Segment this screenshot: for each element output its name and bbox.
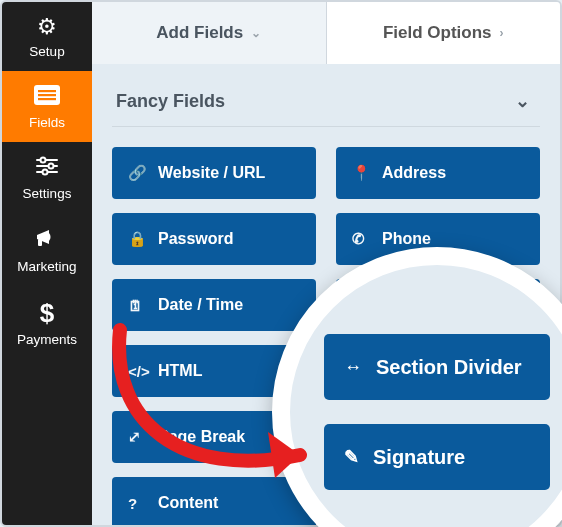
pin-icon: 📍 (352, 164, 370, 182)
topbar: Add Fields ⌄ Field Options › (92, 2, 560, 64)
chip-label: Date / Time (158, 296, 243, 314)
panel-header[interactable]: Fancy Fields ⌄ (112, 80, 540, 127)
field-password[interactable]: 🔒 Password (112, 213, 316, 265)
sidebar-item-payments[interactable]: $ Payments (2, 286, 92, 359)
help-icon: ? (128, 495, 146, 512)
svg-point-5 (41, 158, 46, 163)
lock-icon: 🔒 (128, 230, 146, 248)
panel-title: Fancy Fields (116, 91, 225, 112)
svg-rect-10 (38, 239, 42, 246)
chip-label: Address (382, 164, 446, 182)
code-icon: </> (128, 363, 146, 380)
chip-label: Section Divider (376, 356, 522, 379)
svg-rect-2 (38, 94, 56, 96)
tab-label: Field Options (383, 23, 492, 43)
chip-label: Website / URL (158, 164, 265, 182)
zoom-field-signature[interactable]: ✎ Signature (324, 424, 550, 490)
svg-point-7 (49, 164, 54, 169)
chip-label: Password (158, 230, 234, 248)
tab-label: Add Fields (156, 23, 243, 43)
sidebar-label: Marketing (17, 259, 76, 274)
field-website-url[interactable]: 🔗 Website / URL (112, 147, 316, 199)
chip-label: HTML (158, 362, 202, 380)
sliders-icon (35, 156, 59, 180)
phone-icon: ✆ (352, 230, 370, 248)
bullhorn-icon (35, 227, 59, 253)
sidebar-item-settings[interactable]: Settings (2, 142, 92, 213)
chevron-down-icon: ⌄ (515, 90, 530, 112)
chip-label: Page Break (158, 428, 245, 446)
list-icon (34, 85, 60, 109)
sidebar-label: Payments (17, 332, 77, 347)
sidebar-item-marketing[interactable]: Marketing (2, 213, 92, 286)
sidebar-label: Settings (23, 186, 72, 201)
sidebar-label: Fields (29, 115, 65, 130)
field-date-time[interactable]: 🗓 Date / Time (112, 279, 316, 331)
divider-icon: ↔ (344, 357, 362, 378)
svg-rect-3 (38, 98, 56, 100)
gear-icon: ⚙ (37, 16, 57, 38)
chevron-right-icon: › (500, 26, 504, 40)
sidebar-item-fields[interactable]: Fields (2, 71, 92, 142)
sidebar-label: Setup (29, 44, 64, 59)
chip-label: Signature (373, 446, 465, 469)
chip-label: Content (158, 494, 218, 512)
link-icon: 🔗 (128, 164, 146, 182)
svg-point-9 (43, 170, 48, 175)
field-address[interactable]: 📍 Address (336, 147, 540, 199)
tab-field-options[interactable]: Field Options › (327, 2, 561, 64)
pencil-icon: ✎ (344, 446, 359, 468)
tab-add-fields[interactable]: Add Fields ⌄ (92, 2, 327, 64)
sidebar: ⚙ Setup Fields Settings Marketing (2, 2, 92, 525)
svg-rect-1 (38, 90, 56, 92)
chip-label: Phone (382, 230, 431, 248)
field-content[interactable]: ? Content (112, 477, 316, 525)
chevron-down-icon: ⌄ (251, 26, 261, 40)
calendar-icon: 🗓 (128, 297, 146, 314)
dollar-icon: $ (40, 300, 54, 326)
zoom-field-section-divider[interactable]: ↔ Section Divider (324, 334, 550, 400)
page-break-icon: ⤢ (128, 428, 146, 446)
sidebar-item-setup[interactable]: ⚙ Setup (2, 2, 92, 71)
